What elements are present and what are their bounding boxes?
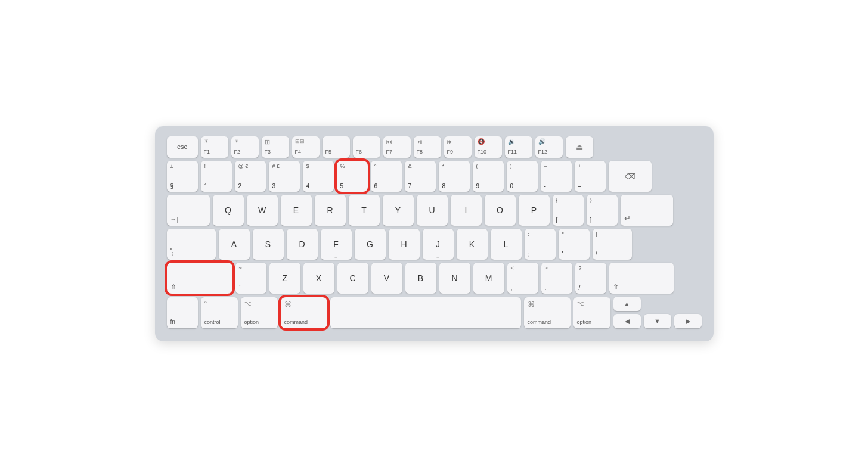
key-7[interactable]: & 7: [405, 161, 436, 192]
key-f9[interactable]: ⏭ F9: [444, 136, 472, 158]
key-backslash[interactable]: | \: [593, 229, 632, 260]
home-row: • ⇪ A S D F _ G H J _ K L : ; " ' | \: [167, 229, 702, 260]
key-l[interactable]: L: [491, 229, 522, 260]
key-arrow-right[interactable]: ▶: [674, 314, 702, 328]
key-g[interactable]: G: [355, 229, 386, 260]
key-eject[interactable]: ⏏: [566, 136, 593, 158]
keyboard: esc ☀ F1 ☀ F2 ⊞ F3 ⊞⊞ F4 F5 F6 ⏮ F7: [155, 126, 714, 341]
key-p[interactable]: P: [519, 195, 550, 226]
key-f[interactable]: F _: [321, 229, 352, 260]
key-backtick[interactable]: ± §: [167, 161, 198, 192]
key-semicolon[interactable]: : ;: [525, 229, 556, 260]
key-s[interactable]: S: [253, 229, 284, 260]
function-row: esc ☀ F1 ☀ F2 ⊞ F3 ⊞⊞ F4 F5 F6 ⏮ F7: [167, 136, 702, 158]
key-t[interactable]: T: [349, 195, 380, 226]
key-z[interactable]: Z: [269, 263, 300, 294]
key-slash[interactable]: ? /: [575, 263, 606, 294]
key-r[interactable]: R: [315, 195, 346, 226]
key-e[interactable]: E: [281, 195, 312, 226]
key-command-left[interactable]: ⌘ command: [281, 297, 327, 328]
key-comma[interactable]: < ,: [507, 263, 538, 294]
key-3[interactable]: # £ 3: [269, 161, 300, 192]
key-esc[interactable]: esc: [167, 136, 198, 158]
key-arrow-up[interactable]: ▲: [613, 297, 641, 311]
key-tab[interactable]: →|: [167, 195, 210, 226]
key-arrow-left[interactable]: ◀: [613, 314, 641, 328]
key-2[interactable]: @ € 2: [235, 161, 266, 192]
key-v[interactable]: V: [371, 263, 402, 294]
key-6[interactable]: ^ 6: [371, 161, 402, 192]
key-8[interactable]: * 8: [439, 161, 470, 192]
key-command-right[interactable]: ⌘ command: [524, 297, 571, 328]
key-q[interactable]: Q: [213, 195, 244, 226]
key-0[interactable]: ) 0: [507, 161, 538, 192]
key-y[interactable]: Y: [383, 195, 414, 226]
key-control[interactable]: ^ control: [201, 297, 238, 328]
key-bracket-right[interactable]: } ]: [587, 195, 618, 226]
key-period[interactable]: > .: [541, 263, 572, 294]
key-bracket-left[interactable]: { [: [553, 195, 584, 226]
key-space[interactable]: [330, 297, 521, 328]
key-option-left[interactable]: ⌥ option: [241, 297, 278, 328]
key-shift-left[interactable]: ⇧: [167, 263, 232, 294]
key-equals[interactable]: + =: [575, 161, 606, 192]
key-4[interactable]: $ 4: [303, 161, 334, 192]
key-backtick-2[interactable]: ~ `: [235, 263, 266, 294]
key-d[interactable]: D: [287, 229, 318, 260]
key-f4[interactable]: ⊞⊞ F4: [292, 136, 320, 158]
key-option-right[interactable]: ⌥ option: [574, 297, 610, 328]
key-f1[interactable]: ☀ F1: [201, 136, 228, 158]
key-f10[interactable]: 🔇 F10: [475, 136, 502, 158]
shift-row: ⇧ ~ ` Z X C V B N M < , > . ? / ⇧: [167, 263, 702, 294]
key-fn[interactable]: fn: [167, 297, 198, 328]
key-i[interactable]: I: [451, 195, 482, 226]
key-delete[interactable]: ⌫: [609, 161, 652, 192]
key-h[interactable]: H: [389, 229, 420, 260]
key-o[interactable]: O: [485, 195, 516, 226]
key-5[interactable]: % 5: [337, 161, 368, 192]
key-arrow-down[interactable]: ▼: [644, 314, 671, 328]
key-k[interactable]: K: [457, 229, 488, 260]
key-f5[interactable]: F5: [323, 136, 350, 158]
key-caps-lock[interactable]: • ⇪: [167, 229, 216, 260]
bottom-row: fn ^ control ⌥ option ⌘ command ⌘ comman…: [167, 297, 702, 328]
key-j[interactable]: J _: [423, 229, 454, 260]
key-b[interactable]: B: [405, 263, 436, 294]
key-return[interactable]: ↵: [621, 195, 673, 226]
key-1[interactable]: ! 1: [201, 161, 232, 192]
key-9[interactable]: ( 9: [473, 161, 504, 192]
number-row: ± § ! 1 @ € 2 # £ 3 $ 4 % 5 ^ 6 & 7: [167, 161, 702, 192]
key-f12[interactable]: 🔊 F12: [535, 136, 563, 158]
key-minus[interactable]: – -: [541, 161, 572, 192]
key-f6[interactable]: F6: [353, 136, 380, 158]
key-n[interactable]: N: [439, 263, 470, 294]
key-a[interactable]: A: [219, 229, 250, 260]
key-x[interactable]: X: [303, 263, 334, 294]
key-f7[interactable]: ⏮ F7: [383, 136, 411, 158]
key-f8[interactable]: ⏯ F8: [414, 136, 441, 158]
qwerty-row: →| Q W E R T Y U I O P { [ } ] ↵: [167, 195, 702, 226]
key-f3[interactable]: ⊞ F3: [262, 136, 289, 158]
key-c[interactable]: C: [337, 263, 368, 294]
key-u[interactable]: U: [417, 195, 448, 226]
key-f2[interactable]: ☀ F2: [231, 136, 259, 158]
key-f11[interactable]: 🔉 F11: [505, 136, 532, 158]
key-shift-right[interactable]: ⇧: [609, 263, 674, 294]
key-m[interactable]: M: [473, 263, 504, 294]
key-quote[interactable]: " ': [559, 229, 590, 260]
key-w[interactable]: W: [247, 195, 278, 226]
